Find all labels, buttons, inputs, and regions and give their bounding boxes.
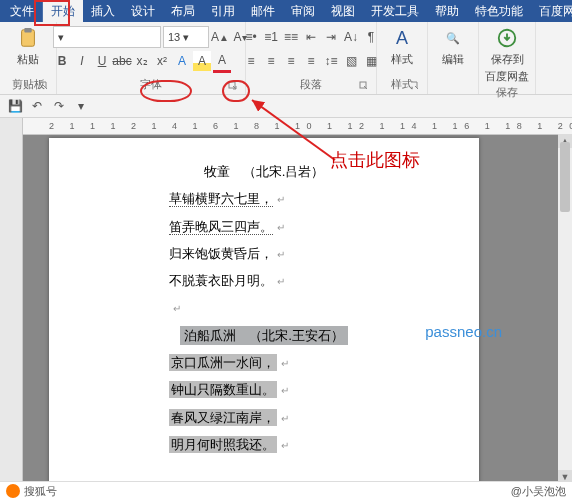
justify-button[interactable]: ≡	[302, 51, 320, 71]
qat-save-icon[interactable]: 💾	[6, 97, 24, 115]
bullets-button[interactable]: ≡•	[242, 27, 260, 47]
bold-button[interactable]: B	[53, 51, 71, 71]
align-center-button[interactable]: ≡	[262, 51, 280, 71]
menu-12[interactable]: 百度网盘	[531, 0, 572, 23]
font-name-select[interactable]: ▾	[53, 26, 161, 48]
paste-button[interactable]: 粘贴	[16, 24, 40, 67]
superscript-button[interactable]: x²	[153, 51, 171, 71]
group-editing: 🔍 编辑	[428, 22, 479, 94]
menu-9[interactable]: 开发工具	[363, 0, 427, 23]
font-launcher-icon[interactable]	[227, 80, 239, 92]
font-size-select[interactable]: 13 ▾	[163, 26, 209, 48]
scrollbar-thumb[interactable]	[560, 142, 570, 212]
qat-redo-icon[interactable]: ↷	[50, 97, 68, 115]
font-group-label: 字体	[61, 76, 241, 94]
vertical-ruler	[0, 118, 23, 500]
group-paragraph: ≡• ≡1 ≡≡ ⇤ ⇥ A↓ ¶ ≡ ≡ ≡ ≡ ↕≡ ▧ ▦	[246, 22, 377, 94]
sort-button[interactable]: A↓	[342, 27, 360, 47]
line-spacing-button[interactable]: ↕≡	[322, 51, 340, 71]
menu-11[interactable]: 特色功能	[467, 0, 531, 23]
menu-0[interactable]: 文件	[2, 0, 43, 23]
group-font: ▾ 13 ▾ A▲ A▾ B I U abc x₂ x² A A A	[57, 22, 246, 94]
vertical-scrollbar[interactable]: ▲ ▼	[558, 134, 572, 484]
menu-5[interactable]: 引用	[203, 0, 243, 23]
increase-indent-button[interactable]: ⇥	[322, 27, 340, 47]
font-color-button[interactable]: A	[213, 50, 231, 73]
align-right-button[interactable]: ≡	[282, 51, 300, 71]
styles-launcher-icon[interactable]	[409, 80, 421, 92]
ribbon: 粘贴 剪贴板 ▾ 13 ▾ A▲ A▾ B I U	[0, 22, 572, 95]
qat-undo-icon[interactable]: ↶	[28, 97, 46, 115]
italic-button[interactable]: I	[73, 51, 91, 71]
numbering-button[interactable]: ≡1	[262, 27, 280, 47]
group-baidu: 保存到 百度网盘 保存	[479, 22, 536, 94]
shading-button[interactable]: ▧	[342, 51, 360, 71]
footer: 搜狐号 @小吴泡泡	[0, 481, 572, 500]
footer-author: @小吴泡泡	[511, 484, 566, 499]
paragraph-label: 段落	[250, 76, 372, 94]
grow-font-icon[interactable]: A▲	[211, 27, 229, 47]
menubar: 文件开始插入设计布局引用邮件审阅视图开发工具帮助特色功能百度网盘操作说明搜索	[0, 0, 572, 22]
underline-button[interactable]: U	[93, 51, 111, 71]
paragraph-launcher-icon[interactable]	[358, 80, 370, 92]
svg-rect-1	[24, 28, 31, 33]
styles-button[interactable]: A 样式	[390, 24, 414, 67]
menu-1[interactable]: 开始	[43, 0, 83, 23]
save-baidu-button[interactable]: 保存到 百度网盘	[485, 24, 529, 84]
group-styles: A 样式 样式	[377, 22, 428, 94]
paste-label: 粘贴	[17, 52, 39, 67]
menu-10[interactable]: 帮助	[427, 0, 467, 23]
clipboard-label: 剪贴板	[4, 76, 52, 94]
menu-4[interactable]: 布局	[163, 0, 203, 23]
workspace: 2 1 1 1 2 1 4 1 6 1 8 1 10 1 12 1 14 1 1…	[0, 118, 572, 500]
strike-button[interactable]: abc	[113, 51, 131, 71]
decrease-indent-button[interactable]: ⇤	[302, 27, 320, 47]
clipboard-launcher-icon[interactable]	[38, 80, 50, 92]
menu-2[interactable]: 插入	[83, 0, 123, 23]
menu-6[interactable]: 邮件	[243, 0, 283, 23]
menu-7[interactable]: 审阅	[283, 0, 323, 23]
highlight-button[interactable]: A	[193, 51, 211, 71]
horizontal-ruler: 2 1 1 1 2 1 4 1 6 1 8 1 10 1 12 1 14 1 1…	[23, 118, 572, 135]
document-page[interactable]: 牧童 （北宋.吕岩） 草铺横野六七里，↵ 笛弄晚风三四声。↵ 归来饱饭黄昏后，↵…	[49, 138, 479, 500]
multilevel-button[interactable]: ≡≡	[282, 27, 300, 47]
subscript-button[interactable]: x₂	[133, 51, 151, 71]
sohu-logo-icon	[6, 484, 20, 498]
text-effect-button[interactable]: A	[173, 51, 191, 71]
qat-dropdown-icon[interactable]: ▾	[72, 97, 90, 115]
align-left-button[interactable]: ≡	[242, 51, 260, 71]
menu-8[interactable]: 视图	[323, 0, 363, 23]
group-clipboard: 粘贴 剪贴板	[0, 22, 57, 94]
editing-button[interactable]: 🔍 编辑	[441, 24, 465, 67]
menu-3[interactable]: 设计	[123, 0, 163, 23]
